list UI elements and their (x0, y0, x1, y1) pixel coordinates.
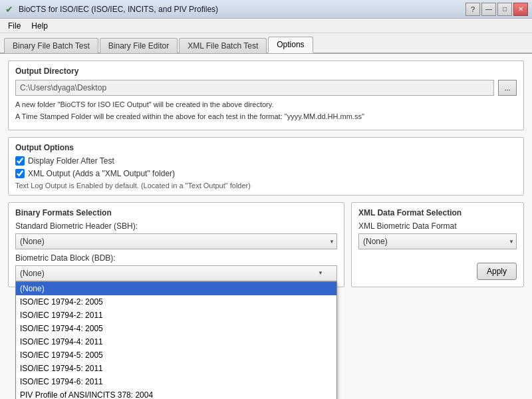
minimize-button[interactable]: — (481, 3, 496, 16)
display-folder-checkbox[interactable] (15, 156, 25, 166)
output-options-title: Output Options (15, 143, 517, 152)
title-bar: ✔ BioCTS for ISO/IEC (ISO/IEC, INCITS, a… (0, 0, 532, 19)
display-folder-label[interactable]: Display Folder After Test (28, 156, 114, 166)
xml-output-label[interactable]: XML Output (Adds a "XML Output" folder) (28, 169, 175, 178)
sbh-dropdown-wrapper: (None) ▼ (15, 233, 337, 249)
directory-row: ... (15, 80, 517, 96)
apply-button[interactable]: Apply (477, 263, 517, 280)
app-icon: ✔ (4, 4, 15, 15)
title-bar-buttons: ? — □ ✕ (466, 3, 528, 16)
title-bar-left: ✔ BioCTS for ISO/IEC (ISO/IEC, INCITS, a… (4, 4, 218, 15)
bdb-option-3[interactable]: ISO/IEC 19794-4: 2005 (16, 322, 336, 335)
window-title: BioCTS for ISO/IEC (ISO/IEC, INCITS, and… (19, 5, 218, 14)
main-content: Output Directory ... A new folder "BioCT… (0, 54, 532, 399)
text-log-note: Text Log Output is Enabled by default. (… (15, 182, 517, 190)
maximize-button[interactable]: □ (497, 3, 512, 16)
bdb-dropdown-list: (None) ISO/IEC 19794-2: 2005 ISO/IEC 197… (15, 281, 337, 399)
bdb-option-2[interactable]: ISO/IEC 19794-2: 2011 (16, 309, 336, 322)
bdb-option-4[interactable]: ISO/IEC 19794-4: 2011 (16, 335, 336, 348)
apply-btn-container: Apply (477, 263, 517, 280)
tab-options[interactable]: Options (268, 37, 313, 53)
checkbox-row-2: XML Output (Adds a "XML Output" folder) (15, 169, 517, 178)
help-button[interactable]: ? (466, 3, 480, 16)
bdb-option-8[interactable]: PIV Profile of ANSI/INCITS 378: 2004 (16, 388, 336, 399)
close-button[interactable]: ✕ (513, 3, 528, 16)
xml-formats-section: XML Data Format Selection XML Biometric … (351, 202, 524, 287)
binary-formats-section: Binary Formats Selection Standard Biomet… (8, 202, 344, 287)
bdb-select-trigger[interactable]: (None) ▼ (15, 265, 337, 281)
bdb-label: Biometric Data Block (BDB): (15, 253, 337, 263)
tab-binary-batch[interactable]: Binary File Batch Test (4, 38, 98, 53)
tab-binary-editor[interactable]: Binary File Editor (100, 38, 178, 53)
menu-help[interactable]: Help (26, 20, 53, 32)
xml-label: XML Biometric Data Format (358, 221, 517, 231)
bdb-dropdown-arrow: ▼ (318, 270, 323, 276)
xml-formats-title: XML Data Format Selection (358, 208, 517, 217)
directory-input[interactable] (15, 80, 494, 96)
binary-formats-title: Binary Formats Selection (15, 208, 337, 217)
bottom-panel: Binary Formats Selection Standard Biomet… (8, 202, 524, 287)
sbh-label: Standard Biometric Header (SBH): (15, 221, 337, 231)
menu-file[interactable]: File (3, 20, 26, 32)
sbh-select[interactable]: (None) (15, 233, 337, 249)
output-options-section: Output Options Display Folder After Test… (8, 137, 524, 196)
menu-bar: File Help (0, 19, 532, 33)
bdb-dropdown-container: (None) ▼ (None) ISO/IEC 19794-2: 2005 IS… (15, 265, 337, 281)
output-directory-title: Output Directory (15, 66, 517, 76)
xml-select[interactable]: (None) (358, 233, 517, 249)
tab-bar: Binary File Batch Test Binary File Edito… (0, 33, 532, 54)
tab-xml-batch[interactable]: XML File Batch Test (179, 38, 267, 53)
bdb-selected-value: (None) (20, 269, 45, 278)
info-line1: A new folder "BioCTS for ISO IEC Output"… (15, 100, 517, 110)
xml-dropdown-wrapper: (None) ▼ (358, 233, 517, 249)
info-line2: A Time Stamped Folder will be created wi… (15, 112, 517, 122)
xml-output-checkbox[interactable] (15, 169, 25, 178)
checkbox-row-1: Display Folder After Test (15, 156, 517, 166)
output-directory-section: Output Directory ... A new folder "BioCT… (8, 61, 524, 130)
browse-button[interactable]: ... (498, 80, 517, 96)
bdb-option-0[interactable]: (None) (16, 282, 336, 295)
bdb-option-5[interactable]: ISO/IEC 19794-5: 2005 (16, 348, 336, 362)
bdb-option-6[interactable]: ISO/IEC 19794-5: 2011 (16, 362, 336, 375)
bdb-option-1[interactable]: ISO/IEC 19794-2: 2005 (16, 295, 336, 309)
bdb-option-7[interactable]: ISO/IEC 19794-6: 2011 (16, 375, 336, 388)
